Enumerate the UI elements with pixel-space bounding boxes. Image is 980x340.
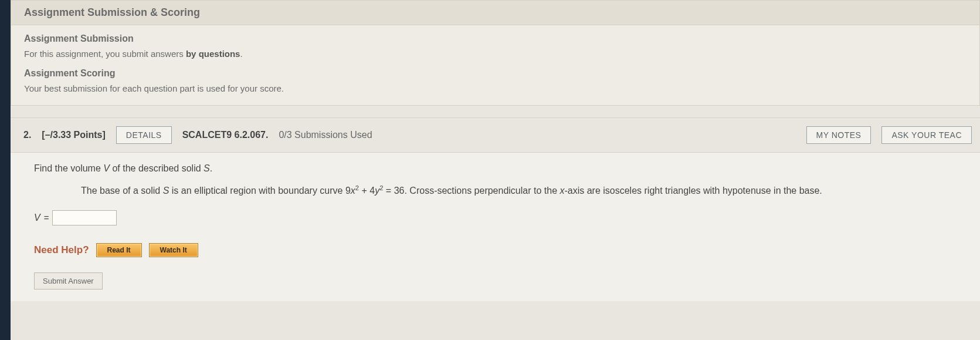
question-header: 2. [–/3.33 Points] DETAILS SCALCET9 6.2.… (11, 118, 980, 153)
info-panel-title: Assignment Submission & Scoring (11, 1, 979, 25)
submission-text: For this assignment, you submit answers … (24, 46, 967, 62)
scoring-heading: Assignment Scoring (24, 62, 967, 81)
question-points: [–/3.33 Points] (42, 130, 105, 140)
question-panel: 2. [–/3.33 Points] DETAILS SCALCET9 6.2.… (11, 117, 980, 301)
question-description: The base of a solid S is an elliptical r… (34, 183, 957, 198)
scoring-text: Your best submission for each question p… (24, 81, 967, 97)
answer-equals: = (44, 213, 49, 223)
answer-variable: V (34, 213, 40, 223)
read-it-button[interactable]: Read It (96, 243, 142, 257)
details-button[interactable]: DETAILS (116, 126, 172, 144)
submissions-used: 0/3 Submissions Used (279, 130, 372, 140)
assignment-info-panel: Assignment Submission & Scoring Assignme… (11, 0, 980, 106)
info-panel-body: Assignment Submission For this assignmen… (11, 25, 979, 105)
ask-teacher-button[interactable]: ASK YOUR TEAC (881, 126, 972, 144)
answer-input[interactable] (52, 210, 117, 225)
need-help-label: Need Help? (34, 244, 89, 256)
question-body: Find the volume V of the described solid… (11, 153, 980, 301)
submission-heading: Assignment Submission (24, 28, 967, 46)
submit-answer-button[interactable]: Submit Answer (34, 272, 103, 289)
watch-it-button[interactable]: Watch It (149, 243, 198, 257)
answer-row: V = (34, 210, 957, 225)
help-row: Need Help? Read It Watch It (34, 243, 957, 257)
my-notes-button[interactable]: MY NOTES (806, 126, 872, 144)
question-prompt: Find the volume V of the described solid… (34, 163, 957, 174)
question-reference: SCALCET9 6.2.067. (182, 130, 269, 140)
question-number: 2. (23, 130, 31, 140)
